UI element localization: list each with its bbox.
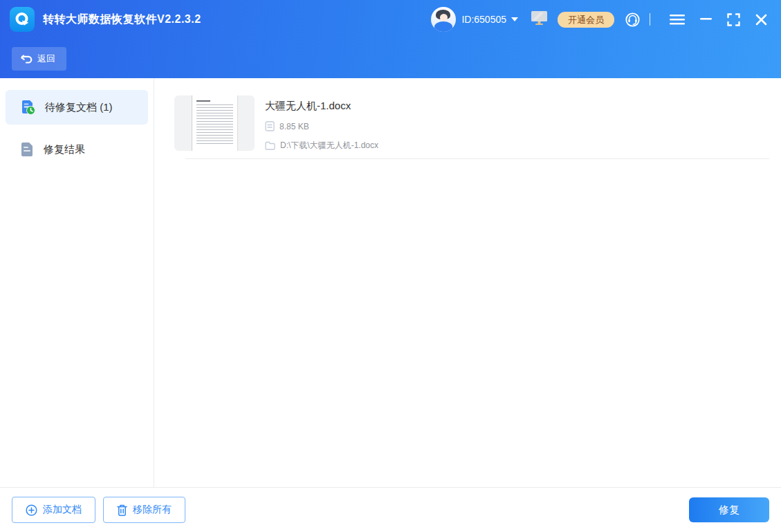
sidebar-item-label: 待修复文档 (1): [45, 101, 113, 114]
close-icon[interactable]: [751, 11, 771, 28]
monitor-icon[interactable]: [531, 10, 548, 28]
toolbar-divider: [650, 13, 650, 26]
footer-bar: 添加文档 移除所有 修复: [0, 487, 781, 532]
sidebar: 待修复文档 (1) 修复结果: [0, 78, 154, 487]
add-document-button[interactable]: 添加文档: [12, 497, 95, 523]
sub-header: 返回: [0, 39, 781, 78]
content: 待修复文档 (1) 修复结果 大疆无人机-1.docx: [0, 78, 781, 487]
file-size-row: 8.85 KB: [265, 121, 378, 131]
sidebar-item-label: 修复结果: [44, 143, 85, 156]
maximize-icon[interactable]: [723, 10, 744, 29]
remove-all-button[interactable]: 移除所有: [103, 497, 185, 523]
file-list: 大疆无人机-1.docx 8.85 KB: [154, 78, 781, 487]
back-button-label: 返回: [37, 53, 55, 65]
user-id: ID:650505: [461, 14, 506, 25]
add-document-label: 添加文档: [43, 504, 82, 516]
file-path-row: D:\下载\大疆无人机-1.docx: [265, 140, 378, 152]
file-name: 大疆无人机-1.docx: [265, 100, 378, 113]
file-item[interactable]: 大疆无人机-1.docx 8.85 KB: [174, 95, 769, 152]
list-divider: [185, 158, 769, 159]
file-size: 8.85 KB: [279, 122, 309, 131]
back-button[interactable]: 返回: [12, 47, 66, 71]
result-doc-icon: [20, 142, 34, 157]
back-arrow-icon: [21, 53, 33, 64]
hamburger-menu-icon[interactable]: [665, 11, 689, 28]
app-logo-icon: [10, 7, 35, 32]
repair-button[interactable]: 修复: [689, 497, 769, 522]
app-title: 转转大师数据恢复软件V2.2.3.2: [43, 12, 201, 27]
add-circle-icon: [26, 504, 37, 516]
folder-icon: [265, 141, 275, 150]
file-path: D:\下载\大疆无人机-1.docx: [280, 140, 378, 152]
title-bar: 转转大师数据恢复软件V2.2.3.2 ID:650505 开通会员: [0, 0, 781, 39]
avatar[interactable]: [431, 7, 456, 32]
remove-all-label: 移除所有: [133, 504, 172, 516]
headset-icon[interactable]: [624, 11, 641, 28]
file-size-icon: [265, 121, 275, 131]
sidebar-item-repair-results[interactable]: 修复结果: [6, 132, 148, 167]
file-thumbnail: [174, 95, 255, 151]
minimize-icon[interactable]: [696, 15, 716, 24]
sidebar-item-pending-docs[interactable]: 待修复文档 (1): [6, 90, 148, 125]
chevron-down-icon[interactable]: [511, 17, 518, 21]
pending-doc-icon: [20, 100, 35, 115]
trash-icon: [117, 504, 127, 516]
header: 转转大师数据恢复软件V2.2.3.2 ID:650505 开通会员: [0, 0, 781, 78]
vip-button[interactable]: 开通会员: [558, 12, 614, 28]
